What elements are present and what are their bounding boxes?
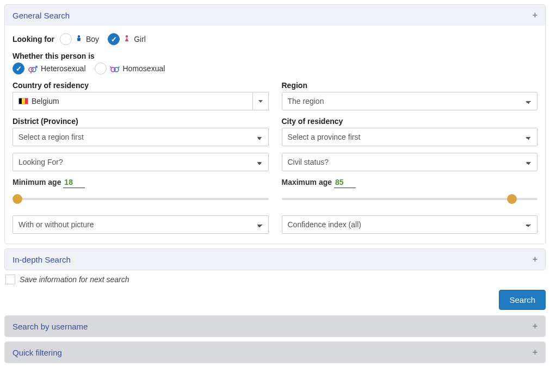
country-label: Country of residency	[13, 81, 269, 90]
max-age-thumb[interactable]	[507, 194, 517, 204]
country-value-wrap: Belgium	[13, 92, 252, 110]
svg-line-9	[110, 66, 112, 68]
hetero-radio[interactable]	[13, 63, 24, 74]
svg-point-6	[32, 67, 36, 72]
homo-radio[interactable]	[95, 63, 107, 74]
country-dropdown-button[interactable]	[252, 92, 269, 110]
general-search-body: Looking for Boy Girl Whether this person…	[5, 26, 545, 244]
orientation-row: Whether this person is Heterosexual	[13, 52, 537, 74]
district-label: District (Province)	[13, 117, 269, 126]
svg-point-2	[126, 35, 128, 37]
general-search-header[interactable]: General Search +	[5, 5, 545, 26]
svg-line-11	[118, 66, 120, 68]
girl-label: Girl	[134, 35, 146, 43]
search-button[interactable]: Search	[499, 290, 546, 310]
general-search-title: General Search	[13, 11, 70, 20]
search-by-username-panel: Search by username +	[4, 315, 546, 337]
plus-icon: +	[533, 10, 537, 20]
svg-point-0	[78, 35, 80, 37]
search-by-username-header[interactable]: Search by username +	[5, 316, 545, 337]
city-label: City of residency	[282, 117, 538, 126]
boy-icon	[76, 35, 82, 44]
orientation-label: Whether this person is	[13, 52, 535, 60]
max-age-slider[interactable]	[282, 192, 538, 206]
girl-icon	[124, 35, 129, 44]
search-by-username-title: Search by username	[13, 322, 88, 331]
indepth-search-header[interactable]: In-depth Search +	[5, 249, 545, 270]
plus-icon: +	[533, 321, 537, 331]
general-search-panel: General Search + Looking for Boy Girl Wh…	[4, 4, 546, 244]
plus-icon: +	[533, 347, 537, 357]
picture-select[interactable]: With or without picture	[13, 215, 269, 234]
region-select[interactable]: The region	[282, 92, 538, 110]
min-age-slider[interactable]	[13, 192, 269, 206]
looking-for-select[interactable]: Looking For?	[13, 153, 269, 171]
country-combo[interactable]: Belgium	[13, 92, 269, 110]
hetero-label: Heterosexual	[41, 64, 86, 73]
max-age-label: Maximum age	[282, 178, 332, 186]
min-age-label: Minimum age	[13, 178, 61, 186]
svg-marker-3	[125, 38, 129, 41]
indepth-search-panel: In-depth Search +	[4, 248, 546, 270]
boy-label: Boy	[86, 35, 99, 43]
country-value: Belgium	[32, 97, 59, 105]
quick-filtering-header[interactable]: Quick filtering +	[5, 342, 545, 363]
save-row: Save information for next search	[5, 275, 546, 284]
plus-icon: +	[533, 254, 537, 264]
slider-track	[282, 198, 538, 200]
homo-icon	[110, 64, 120, 73]
quick-filtering-panel: Quick filtering +	[4, 341, 546, 363]
svg-point-10	[114, 67, 119, 72]
min-age-thumb[interactable]	[13, 194, 22, 204]
indepth-search-title: In-depth Search	[13, 255, 71, 264]
region-label: Region	[282, 81, 538, 90]
city-select[interactable]: Select a province first	[282, 128, 538, 146]
confidence-select[interactable]: Confidence index (all)	[282, 215, 538, 234]
boy-radio[interactable]	[60, 33, 72, 45]
looking-for-row: Looking for Boy Girl	[13, 33, 537, 45]
girl-radio[interactable]	[108, 33, 120, 45]
save-checkbox[interactable]	[5, 275, 15, 284]
min-age-input[interactable]	[63, 178, 85, 188]
max-age-input[interactable]	[334, 178, 356, 188]
district-select[interactable]: Select a region first	[13, 128, 269, 146]
looking-for-label: Looking for	[13, 35, 54, 43]
quick-filtering-title: Quick filtering	[13, 348, 62, 357]
svg-rect-1	[77, 38, 81, 41]
slider-track	[13, 198, 269, 200]
homo-label: Homosexual	[123, 64, 165, 73]
hetero-icon	[28, 64, 38, 73]
save-label: Save information for next search	[20, 275, 129, 284]
action-row: Search	[4, 290, 546, 310]
civil-status-select[interactable]: Civil status?	[282, 153, 538, 171]
flag-belgium-icon	[18, 98, 28, 104]
